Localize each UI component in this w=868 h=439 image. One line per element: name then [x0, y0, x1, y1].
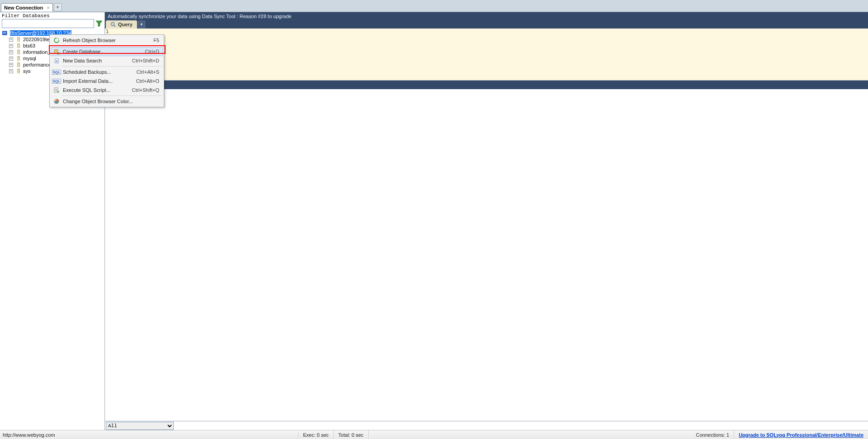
menu-scheduled-backups[interactable]: SQL Scheduled Backups... Ctrl+Alt+S	[51, 67, 163, 76]
menu-label: Import External Data...	[63, 78, 136, 84]
menu-label: Execute SQL Script...	[63, 87, 132, 93]
result-tab-row: ble Data 3 Info	[105, 81, 868, 89]
menu-execute-sql-script[interactable]: Execute SQL Script... Ctrl+Shift+Q	[51, 86, 163, 95]
menu-label: Refresh Object Browser	[63, 38, 153, 43]
menu-label: Scheduled Backups...	[63, 69, 137, 75]
menu-shortcut: Ctrl+Alt+O	[136, 78, 161, 84]
svg-point-3	[111, 23, 114, 26]
banner-text: Automatically synchronize your data usin…	[108, 14, 291, 19]
status-exec: Exec: 0 sec	[299, 430, 334, 439]
expand-icon[interactable]: +	[9, 38, 13, 42]
expand-icon[interactable]: +	[9, 44, 13, 48]
svg-line-4	[114, 25, 115, 27]
connection-tab-label: New Connection	[4, 5, 43, 10]
query-tab-label: Query	[118, 22, 133, 27]
color-wheel-icon	[52, 98, 61, 105]
db-label: bts63	[23, 43, 35, 48]
result-area	[105, 89, 868, 421]
connection-tab-row: New Connection × +	[0, 3, 868, 12]
status-bar: http://www.webyog.com Exec: 0 sec Total:…	[0, 430, 868, 439]
status-total: Total: 0 sec	[334, 430, 369, 439]
database-add-icon	[52, 48, 61, 55]
menu-shortcut: Ctrl+Alt+S	[137, 69, 161, 75]
upgrade-banner[interactable]: Automatically synchronize your data usin…	[105, 12, 868, 20]
db-label: 20220919test	[23, 37, 53, 42]
filter-databases-label: Filter Databases	[0, 12, 104, 19]
query-tab-row: Query +	[105, 20, 868, 29]
database-icon: 🗄	[15, 43, 22, 49]
result-filter-select[interactable]: All	[106, 422, 174, 430]
expand-icon[interactable]: +	[9, 50, 13, 54]
db-label: sys	[23, 68, 31, 74]
context-menu: Refresh Object Browser F5 Create Databas…	[49, 34, 164, 107]
expand-icon[interactable]: +	[9, 69, 13, 73]
menu-new-data-search[interactable]: ⌕ New Data Search Ctrl+Shift+D	[51, 56, 163, 65]
menu-shortcut: Ctrl+Shift+Q	[132, 87, 161, 93]
menu-shortcut: F5	[153, 38, 161, 43]
search-icon: ⌕	[52, 57, 61, 64]
status-url: http://www.webyog.com	[0, 432, 299, 438]
expand-icon[interactable]: +	[9, 63, 13, 67]
menu-create-database[interactable]: Create Database... Ctrl+D	[51, 47, 163, 56]
menu-label: Create Database...	[63, 49, 145, 54]
svg-rect-1	[3, 32, 6, 33]
refresh-icon	[52, 37, 61, 44]
result-filter-row: All	[105, 421, 868, 430]
filter-icon[interactable]	[95, 20, 103, 27]
execute-script-icon	[52, 86, 61, 94]
line-number: 1	[106, 29, 109, 34]
menu-import-external-data[interactable]: SQL Import External Data... Ctrl+Alt+O	[51, 76, 163, 86]
menu-label: New Data Search	[63, 58, 132, 63]
menu-separator	[62, 66, 162, 67]
server-icon	[2, 30, 9, 36]
database-icon: 🗄	[15, 68, 22, 74]
database-icon: 🗄	[15, 56, 22, 62]
import-icon: SQL	[52, 77, 61, 85]
backup-icon: SQL	[52, 68, 61, 76]
status-connections: Connections: 1	[692, 430, 734, 439]
menu-separator	[62, 46, 162, 46]
add-query-tab-button[interactable]: +	[138, 21, 145, 28]
filter-databases-input[interactable]	[2, 19, 94, 28]
menu-change-object-browser-color[interactable]: Change Object Browser Color...	[51, 97, 163, 106]
db-label: mysql	[23, 56, 36, 61]
query-editor[interactable]: 1	[105, 29, 868, 81]
add-connection-tab-button[interactable]: +	[54, 3, 62, 11]
query-icon	[110, 22, 116, 27]
menu-shortcut: Ctrl+D	[145, 49, 161, 54]
menu-shortcut: Ctrl+Shift+D	[132, 58, 161, 63]
menu-separator	[62, 95, 162, 96]
expand-icon[interactable]: +	[9, 57, 13, 61]
connection-tab[interactable]: New Connection ×	[1, 3, 53, 12]
query-tab[interactable]: Query	[106, 20, 137, 29]
svg-rect-2	[3, 33, 6, 33]
upgrade-link[interactable]: Upgrade to SQLyog Professional/Enterpris…	[734, 432, 868, 438]
menu-refresh-object-browser[interactable]: Refresh Object Browser F5	[51, 36, 163, 45]
close-icon[interactable]: ×	[47, 5, 49, 10]
database-icon: 🗄	[15, 49, 22, 55]
database-icon: 🗄	[15, 37, 22, 43]
database-icon: 🗄	[15, 62, 22, 68]
menu-label: Change Object Browser Color...	[63, 99, 161, 104]
